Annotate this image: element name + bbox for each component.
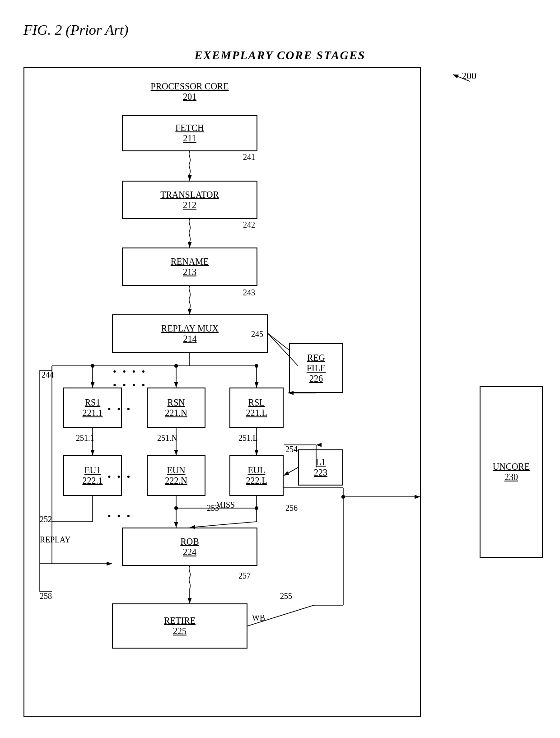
ref-200: 200 — [462, 70, 476, 82]
dots-bottom: • • • — [107, 510, 132, 522]
page-title: FIG. 2 (Prior Art) — [23, 22, 128, 38]
dots-2: • • • • — [113, 379, 147, 391]
rsl-box: RSL 221.L — [229, 388, 284, 428]
label-258: 258 — [40, 592, 52, 601]
label-252: 252 — [40, 515, 52, 524]
processor-core-label: PROCESSOR CORE 201 — [122, 75, 257, 108]
rename-box: RENAME 213 — [122, 248, 257, 286]
label-244: 244 — [42, 370, 54, 380]
dots-eu: • • • — [107, 471, 132, 483]
rob-box: ROB 224 — [122, 528, 257, 566]
label-257: 257 — [238, 571, 251, 581]
reg-file-box: REG FILE 226 — [289, 343, 343, 393]
label-245: 245 — [251, 330, 263, 339]
eul-box: EUL 222.L — [229, 455, 284, 496]
replay-mux-box: REPLAY MUX 214 — [112, 314, 268, 353]
retire-box: RETIRE 225 — [112, 603, 247, 649]
label-256: 256 — [285, 504, 298, 513]
diagram-title: EXEMPLARY CORE STAGES — [195, 49, 366, 62]
label-241: 241 — [243, 153, 255, 162]
label-251-1: 251.1 — [76, 434, 94, 443]
fetch-box: FETCH 211 — [122, 115, 257, 151]
label-replay: REPLAY — [40, 535, 70, 545]
dots-rs: • • • — [107, 403, 132, 415]
label-242: 242 — [243, 220, 255, 230]
label-251-n: 251.N — [157, 434, 177, 443]
label-243: 243 — [243, 288, 255, 298]
label-miss: MISS — [216, 500, 235, 510]
dots-1: • • • • — [113, 366, 147, 378]
eun-box: EUN 222.N — [147, 455, 205, 496]
label-251-l: 251.L — [238, 434, 258, 443]
label-wb: WB — [252, 613, 265, 623]
rsn-box: RSN 221.N — [147, 388, 205, 428]
label-255: 255 — [280, 592, 292, 601]
l1-box: L1 223 — [298, 449, 343, 486]
translator-box: TRANSLATOR 212 — [122, 181, 257, 219]
uncore-box: UNCORE 230 — [480, 386, 543, 558]
label-254: 254 — [285, 445, 298, 454]
